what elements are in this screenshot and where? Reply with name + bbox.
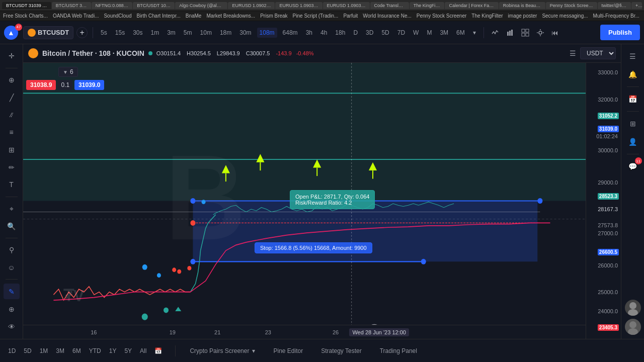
bookmark-4[interactable]: BnaMe [186, 13, 202, 19]
measure-tool[interactable]: ⌖ [4, 201, 20, 217]
period-1m[interactable]: 1M [37, 346, 51, 356]
period-6m[interactable]: 6M [69, 346, 84, 356]
trade-handle-sl2[interactable] [190, 220, 195, 226]
qty-input[interactable]: 0.1 [58, 80, 72, 90]
browser-tab-12[interactable]: Penny Stock Screener [546, 2, 597, 9]
tf-5m[interactable]: 5m [181, 28, 195, 38]
period-all[interactable]: All [137, 346, 149, 356]
magnet-tool[interactable]: ⚲ [4, 242, 20, 258]
zoom-plus-tool[interactable]: ⊕ [4, 301, 20, 317]
period-3m[interactable]: 3M [53, 346, 67, 356]
channel-tool[interactable]: ⫽ [4, 107, 20, 123]
tf-18h[interactable]: 18h [333, 28, 348, 38]
tf-4h[interactable]: 4h [318, 28, 330, 38]
bookmark-2[interactable]: SoundCloud [104, 13, 131, 19]
bookmark-6[interactable]: Prism Break [260, 13, 287, 19]
browser-tab-new[interactable]: + [631, 2, 642, 9]
bookmark-8[interactable]: Parfuit [343, 13, 358, 19]
browser-tab-5[interactable]: EURUSD 1.09024... [228, 2, 275, 9]
tf-1m[interactable]: 1m [148, 28, 162, 38]
period-1y[interactable]: 1Y [106, 346, 120, 356]
tab-strategy-tester[interactable]: Strategy Tester [317, 345, 365, 356]
bookmark-9[interactable]: World Insurance Ne... [363, 13, 412, 19]
crosshair-tool[interactable]: ⊕ [4, 72, 20, 88]
tf-15s[interactable]: 15s [113, 28, 127, 38]
line-tool[interactable]: ╱ [4, 89, 20, 105]
text-tool[interactable]: T [4, 177, 20, 193]
tf-108m[interactable]: 108m [257, 28, 277, 38]
cursor-tool[interactable]: ✛ [4, 48, 20, 64]
period-5y[interactable]: 5Y [121, 346, 135, 356]
tf-30m[interactable]: 30m [237, 28, 254, 38]
tf-648m[interactable]: 648m [280, 28, 300, 38]
watchlist-icon[interactable]: ☰ [625, 48, 641, 64]
calendar-icon[interactable]: 📅 [625, 91, 641, 107]
eye-tool[interactable]: 👁 [4, 319, 20, 335]
alert-icon[interactable]: 🔔 [625, 66, 641, 82]
tf-3M[interactable]: 3M [437, 28, 451, 38]
tf-3D[interactable]: 3D [363, 28, 376, 38]
period-5d[interactable]: 5D [21, 346, 34, 356]
browser-tab-2[interactable]: NFTNG:0.0880... [92, 2, 133, 9]
multi-chart-btn[interactable] [519, 27, 531, 39]
currency-selector[interactable]: USDT USD BTC [580, 47, 616, 59]
tf-W[interactable]: W [411, 28, 421, 38]
bookmark-10[interactable]: Penny Stock Screener [417, 13, 467, 19]
browser-tab-8[interactable]: Code Translator [370, 2, 409, 9]
indicators-btn[interactable] [489, 27, 501, 39]
bookmark-13[interactable]: Secure messaging... [542, 13, 588, 19]
current-price-input[interactable]: 31038.9 [26, 80, 56, 90]
chart-type-btn[interactable] [504, 27, 516, 39]
gann-tool[interactable]: ⊞ [4, 142, 20, 158]
tf-M[interactable]: M [424, 28, 434, 38]
tf-more[interactable]: ▾ [470, 28, 478, 38]
tf-3m[interactable]: 3m [165, 28, 178, 38]
trade-handle-entry[interactable] [190, 198, 195, 204]
fibonacci-tool[interactable]: ≡ [4, 125, 20, 140]
tf-5D[interactable]: 5D [379, 28, 391, 38]
chat-icon[interactable]: 💬 11 [625, 158, 641, 174]
zoom-tool[interactable]: 🔍 [4, 218, 20, 234]
trade-handle-sl[interactable] [190, 259, 195, 264]
settings-btn[interactable] [534, 27, 546, 39]
browser-tab-3[interactable]: BTC/USDT 108... [133, 2, 175, 9]
indicator-label[interactable]: ▼ 6 [58, 67, 78, 77]
chart-canvas[interactable]: B [23, 63, 621, 339]
trade-handle-sl-right[interactable] [421, 259, 426, 264]
watchlist-btn[interactable]: ☰ [568, 47, 578, 59]
calendar-range-btn[interactable]: 📅 [151, 346, 165, 356]
brush-tool[interactable]: ✏ [4, 159, 20, 175]
tab-trading-panel[interactable]: Trading Panel [376, 345, 421, 356]
browser-tab-10[interactable]: Calendar | Forex Fact... [445, 2, 498, 9]
bookmark-0[interactable]: Free Stock Charts... [3, 13, 48, 19]
browser-tab-13[interactable]: twitter/@fin... [598, 2, 631, 9]
browser-tab-6[interactable]: EURUSD 1.09039... [275, 2, 322, 9]
tab-crypto-screener[interactable]: Crypto Pairs Screener ▾ [186, 345, 259, 356]
trade-handle-tp[interactable] [537, 198, 542, 204]
bookmark-14[interactable]: Multi-Frequency Br... [593, 13, 639, 19]
grid-icon[interactable]: ⊞ [625, 116, 641, 132]
bookmark-12[interactable]: image poster [508, 13, 537, 19]
publish-button[interactable]: Publish [600, 25, 640, 40]
browser-tab-9[interactable]: The KingFilter [410, 2, 445, 9]
notification-badge[interactable]: ▲ 47 [4, 26, 20, 40]
tf-5s[interactable]: 5s [98, 28, 110, 38]
tf-6M[interactable]: 6M [454, 28, 467, 38]
user-icon[interactable]: 👤 [625, 134, 641, 150]
tf-30s[interactable]: 30s [130, 28, 145, 38]
replay-btn[interactable]: ⏮ [549, 27, 560, 39]
add-symbol-button[interactable]: + [76, 27, 88, 38]
tf-7D[interactable]: 7D [395, 28, 408, 38]
symbol-search[interactable]: BTCUSDT [23, 26, 73, 39]
browser-tab-1[interactable]: BTC/USDT 31... [52, 2, 91, 9]
bookmark-11[interactable]: The KingFilter [471, 13, 503, 19]
bookmark-3[interactable]: Birth Chart Interpr... [136, 13, 180, 19]
avatar-1[interactable] [625, 300, 641, 316]
browser-tab-active[interactable]: BTCUSDT 31039 A... [2, 2, 51, 9]
browser-tab-11[interactable]: Robinsa is Beautiful [499, 2, 545, 9]
bookmark-7[interactable]: Pine Script (Tradin... [293, 13, 339, 19]
bookmark-1[interactable]: OANDA Web Tradi... [53, 13, 99, 19]
limit-price-input[interactable]: 31039.0 [74, 80, 104, 90]
bookmark-5[interactable]: Market Breakdowns... [206, 13, 255, 19]
tf-18m[interactable]: 18m [217, 28, 234, 38]
